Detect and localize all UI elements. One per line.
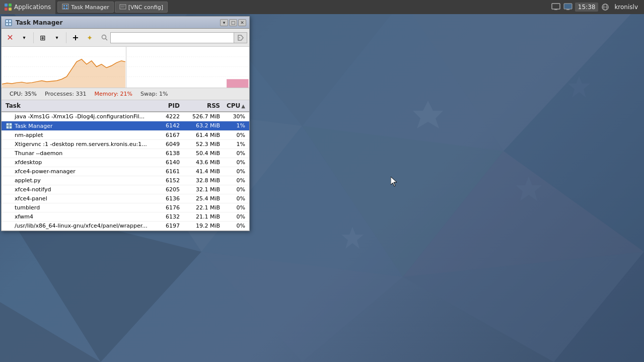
header-rss[interactable]: RSS [182, 101, 222, 110]
cell-rss: 50.4 MiB [182, 150, 222, 157]
header-task[interactable]: Task [4, 101, 154, 110]
cell-task: nm-applet [4, 131, 154, 139]
task-manager-btn-label: Task Manager [71, 4, 109, 11]
svg-rect-60 [10, 126, 12, 128]
cell-cpu: 0% [222, 204, 247, 211]
cell-cpu: 0% [222, 177, 247, 184]
process-rows: java -Xms1G -Xmx1G -Dlog4j.configuration… [2, 112, 249, 231]
cell-pid: 6049 [154, 140, 182, 148]
header-pid[interactable]: PID [154, 101, 182, 110]
sort-arrow: ▲ [241, 103, 245, 109]
cell-rss: 61.4 MiB [182, 131, 222, 139]
process-table: Task PID RSS CPU ▲ java -Xms1G -Xmx1G -D… [2, 100, 249, 231]
svg-rect-23 [62, 4, 68, 9]
cell-pid: 6205 [154, 186, 182, 193]
cell-rss: 25.4 MiB [182, 195, 222, 202]
cell-cpu: 1% [222, 122, 247, 130]
window-close-btn[interactable]: ✕ [238, 19, 246, 26]
cell-task: xfce4-panel [4, 195, 154, 202]
cell-cpu: 0% [222, 150, 247, 157]
add-column-btn[interactable]: + [69, 31, 82, 44]
cell-cpu: 0% [222, 168, 247, 175]
toolbar-sep-2 [66, 32, 66, 43]
cell-rss: 21.1 MiB [182, 213, 222, 221]
cell-cpu: 0% [222, 222, 247, 230]
svg-rect-25 [66, 5, 67, 7]
table-row[interactable]: xfwm4 6132 21.1 MiB 0% [2, 212, 249, 222]
cell-cpu: 0% [222, 195, 247, 202]
table-header: Task PID RSS CPU ▲ [2, 100, 249, 112]
table-row[interactable]: java -Xms1G -Xmx1G -Dlog4j.configuration… [2, 112, 249, 121]
table-row[interactable]: /usr/lib/x86_64-linux-gnu/xfce4/panel/wr… [2, 222, 249, 231]
table-row[interactable]: Task Manager 6142 63.2 MiB 1% [2, 121, 249, 131]
table-row[interactable]: nm-applet 6167 61.4 MiB 0% [2, 131, 249, 140]
network-icon [600, 2, 610, 12]
svg-marker-51 [2, 59, 125, 88]
svg-line-45 [106, 38, 108, 40]
cell-cpu: 0% [222, 131, 247, 139]
search-tag-btn[interactable] [234, 32, 247, 43]
window-title-left: Task Manager [5, 19, 62, 27]
cell-pid: 6138 [154, 150, 182, 157]
sparkle-btn[interactable]: ✦ [83, 31, 96, 44]
svg-rect-41 [9, 20, 11, 22]
cell-rss: 526.7 MiB [182, 113, 222, 120]
taskbar-vnc-config-btn[interactable]: [VNC config] [115, 2, 168, 13]
username-label: kronislv [612, 4, 640, 11]
stop-dropdown[interactable]: ▾ [18, 31, 31, 44]
stop-btn[interactable]: ✕ [4, 31, 17, 44]
table-row[interactable]: xfce4-power-manager 6161 41.4 MiB 0% [2, 167, 249, 176]
cell-task: applet.py [4, 177, 154, 184]
cell-rss: 19.2 MiB [182, 222, 222, 230]
table-row[interactable]: tumblerd 6176 22.1 MiB 0% [2, 203, 249, 212]
cell-pid: 6132 [154, 213, 182, 221]
cell-cpu: 0% [222, 159, 247, 166]
taskbar-windows: Task Manager [VNC config] [55, 0, 547, 14]
cell-pid: 6167 [154, 131, 182, 139]
svg-rect-26 [63, 8, 65, 9]
svg-rect-21 [5, 8, 8, 11]
cell-rss: 63.2 MiB [182, 122, 222, 130]
cpu-status: CPU: 35% [6, 91, 41, 97]
table-row[interactable]: xfce4-notifyd 6205 32.1 MiB 0% [2, 185, 249, 194]
process-count: Processes: 331 [41, 91, 90, 97]
cell-task: java -Xms1G -Xmx1G -Dlog4j.configuration… [4, 113, 154, 120]
svg-point-47 [239, 37, 240, 38]
view-btn[interactable]: ⊞ [36, 31, 49, 44]
applications-menu[interactable]: Applications [0, 0, 55, 14]
table-row[interactable]: xfce4-panel 6136 25.4 MiB 0% [2, 194, 249, 203]
table-row[interactable]: xfdesktop 6140 43.6 MiB 0% [2, 158, 249, 167]
search-input[interactable] [110, 32, 234, 43]
task-manager-window: Task Manager ▾ □ ✕ ✕ ▾ ⊞ ▾ + ✦ [1, 16, 250, 231]
table-row[interactable]: Xtigervnc :1 -desktop rem.servers.kronis… [2, 140, 249, 149]
vnc-config-icon [119, 4, 126, 11]
svg-rect-40 [6, 20, 8, 22]
table-row[interactable]: applet.py 6152 32.8 MiB 0% [2, 176, 249, 185]
header-cpu[interactable]: CPU ▲ [222, 101, 247, 110]
svg-rect-27 [66, 8, 67, 9]
cell-rss: 41.4 MiB [182, 168, 222, 175]
toolbar-search [99, 31, 247, 44]
status-bar: CPU: 35% Processes: 331 Memory: 21% Swap… [2, 88, 249, 100]
window-minimize-btn[interactable]: ▾ [220, 19, 228, 26]
monitor2-icon [563, 2, 573, 12]
table-row[interactable]: Thunar --daemon 6138 50.4 MiB 0% [2, 149, 249, 158]
svg-point-44 [102, 35, 106, 39]
svg-rect-42 [6, 23, 8, 25]
cell-task: Task Manager [4, 122, 154, 130]
svg-rect-59 [7, 126, 9, 128]
window-maximize-btn[interactable]: □ [229, 19, 237, 26]
svg-rect-31 [552, 4, 560, 9]
svg-marker-15 [413, 101, 443, 128]
taskbar: Applications Task Manager [VNC config] [0, 0, 644, 14]
cell-task: Thunar --daemon [4, 150, 154, 157]
memory-chart [126, 47, 249, 88]
svg-rect-57 [7, 123, 9, 125]
cpu-chart [2, 47, 126, 88]
taskbar-task-manager-btn[interactable]: Task Manager [57, 2, 113, 13]
svg-rect-58 [10, 123, 12, 125]
cell-pid: 6176 [154, 204, 182, 211]
cell-pid: 6142 [154, 122, 182, 130]
view-dropdown[interactable]: ▾ [50, 31, 63, 44]
window-controls: ▾ □ ✕ [220, 19, 246, 26]
